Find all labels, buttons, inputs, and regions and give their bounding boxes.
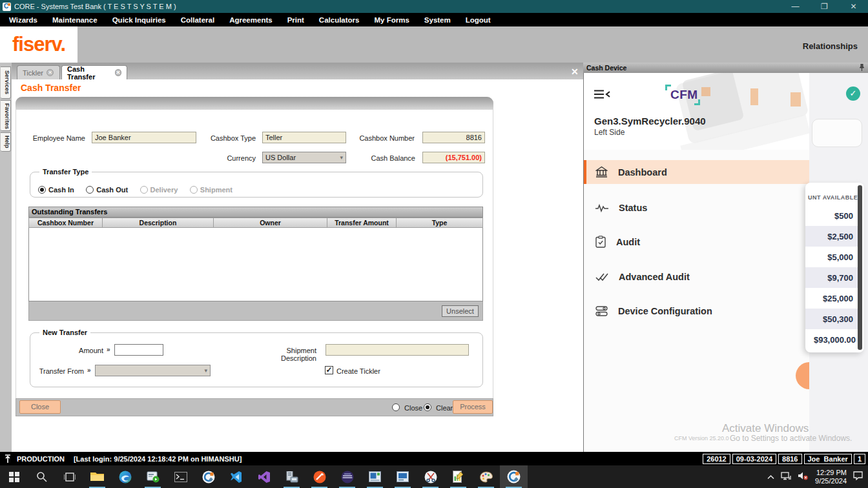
- amount-required-marker: »: [107, 346, 110, 353]
- start-button[interactable]: [0, 465, 28, 488]
- col-description[interactable]: Description: [103, 218, 214, 228]
- process-button[interactable]: Process: [453, 400, 493, 414]
- device-menu-status[interactable]: Status: [584, 196, 809, 219]
- core-app-active-icon[interactable]: [500, 465, 528, 488]
- currency-select[interactable]: US Dollar ▾: [262, 152, 346, 163]
- rail-tab-services[interactable]: Services: [1, 66, 11, 99]
- shipment-description-input[interactable]: [326, 344, 469, 356]
- scrollbar-thumb[interactable]: [858, 185, 862, 350]
- unselect-button[interactable]: Unselect: [442, 305, 479, 317]
- menu-logout[interactable]: Logout: [466, 16, 491, 24]
- visual-studio-icon[interactable]: [250, 465, 278, 488]
- cashbox-number-field[interactable]: [422, 132, 485, 143]
- menu-my-forms[interactable]: My Forms: [374, 16, 409, 24]
- screen: CORE - Systems Test Bank ( T E S T S Y S…: [0, 0, 868, 488]
- bank-icon: [595, 166, 608, 178]
- taskbar: 12:29 PM 9/25/2024: [0, 465, 868, 488]
- oracle-tool-icon[interactable]: [305, 465, 333, 488]
- outstanding-transfers-body[interactable]: [28, 228, 483, 301]
- radio-clear-action[interactable]: [424, 403, 431, 411]
- panel-header-bar: [16, 97, 493, 110]
- tab-close-icon[interactable]: ✕: [46, 69, 54, 76]
- device-menu-advanced-audit[interactable]: Advanced Audit: [584, 265, 809, 289]
- radio-cash-in[interactable]: [38, 186, 46, 194]
- network-icon[interactable]: [781, 472, 791, 482]
- amount-row: $500: [805, 205, 860, 226]
- cash-balance-label: Cash Balance: [358, 154, 415, 162]
- currency-label: Currency: [207, 154, 256, 162]
- col-cashbox-number[interactable]: Cashbox Number: [28, 218, 103, 228]
- pin-icon[interactable]: [859, 64, 865, 72]
- server-manager-icon[interactable]: [278, 465, 305, 488]
- menu-calculators[interactable]: Calculators: [319, 16, 360, 24]
- eclipse-icon[interactable]: [333, 465, 361, 488]
- upload-icon: [4, 454, 12, 463]
- col-transfer-amount[interactable]: Transfer Amount: [327, 218, 397, 228]
- menu-collateral[interactable]: Collateral: [181, 16, 214, 24]
- blue-app-icon[interactable]: [389, 465, 417, 488]
- tab-tickler[interactable]: Tickler ✕: [17, 65, 60, 79]
- task-view-icon[interactable]: [56, 465, 83, 488]
- close-button[interactable]: Close: [19, 400, 61, 414]
- employee-name-field[interactable]: [92, 132, 196, 143]
- status-cell-user: Joe Banker: [804, 454, 852, 464]
- sql-management-icon[interactable]: [139, 465, 167, 488]
- amount-label: Amount: [65, 347, 103, 354]
- collapse-menu-icon[interactable]: [594, 89, 611, 102]
- core-app-icon[interactable]: [194, 465, 222, 488]
- create-tickler-checkbox[interactable]: [325, 366, 333, 374]
- snipping-tool-icon[interactable]: [417, 465, 444, 488]
- pulse-icon: [595, 203, 608, 212]
- menu-print[interactable]: Print: [287, 16, 304, 24]
- menu-system[interactable]: System: [424, 16, 451, 24]
- tab-cash-transfer[interactable]: Cash Transfer ✕: [61, 65, 127, 79]
- device-menu-dashboard[interactable]: Dashboard: [584, 160, 809, 184]
- col-type[interactable]: Type: [397, 218, 483, 228]
- file-explorer-icon[interactable]: [83, 465, 111, 488]
- transfer-from-label: Transfer From: [37, 367, 84, 375]
- relationships-link[interactable]: Relationships: [803, 41, 858, 51]
- radio-close-action[interactable]: [392, 403, 400, 411]
- device-online-check-icon: ✓: [846, 86, 860, 101]
- cash-balance-field[interactable]: [422, 152, 485, 163]
- remote-app-icon[interactable]: [361, 465, 389, 488]
- outstanding-transfers-title: Outstanding Transfers: [28, 207, 483, 218]
- action-center-icon[interactable]: [853, 471, 863, 482]
- cfm-logo: CFM: [665, 85, 700, 105]
- log-viewer-icon[interactable]: [444, 465, 472, 488]
- maximize-icon[interactable]: ❐: [810, 2, 839, 11]
- menu-agreements[interactable]: Agreements: [229, 16, 272, 24]
- taskbar-clock[interactable]: 12:29 PM 9/25/2024: [815, 469, 847, 485]
- cashbox-type-field[interactable]: [262, 132, 346, 143]
- employee-name-label: Employee Name: [26, 134, 85, 142]
- terminal-icon[interactable]: [167, 465, 194, 488]
- amount-total-row: $93,000.00: [805, 329, 860, 350]
- amount-input[interactable]: [114, 344, 163, 356]
- minimize-icon[interactable]: —: [781, 2, 810, 11]
- menu-wizards[interactable]: Wizards: [9, 16, 37, 24]
- search-icon[interactable]: [28, 465, 56, 488]
- paint-icon[interactable]: [472, 465, 500, 488]
- tab-close-icon[interactable]: ✕: [115, 69, 121, 76]
- status-cell-date: 09-03-2024: [732, 454, 776, 464]
- rail-tab-favorites[interactable]: Favorites: [1, 100, 11, 131]
- radio-cash-out[interactable]: [86, 186, 94, 194]
- brand-header: [0, 26, 868, 63]
- menu-quick-inquiries[interactable]: Quick Inquiries: [112, 16, 166, 24]
- transfer-from-select[interactable]: ▾: [95, 365, 211, 376]
- device-menu-device-configuration[interactable]: Device Configuration: [584, 299, 809, 323]
- device-name: Gen3.SymRecycler.9040: [594, 116, 706, 127]
- cash-device-title: Cash Device: [586, 64, 626, 72]
- rail-tab-help[interactable]: Help: [1, 132, 11, 152]
- tray-chevron-up-icon[interactable]: [767, 473, 774, 482]
- workspace-close-icon[interactable]: ✕: [571, 66, 579, 77]
- radio-close-action-label: Close: [404, 404, 422, 412]
- edge-icon[interactable]: [111, 465, 139, 488]
- volume-muted-icon[interactable]: [798, 471, 809, 482]
- col-owner[interactable]: Owner: [214, 218, 327, 228]
- device-menu-audit[interactable]: Audit: [584, 230, 809, 254]
- vscode-icon[interactable]: [222, 465, 250, 488]
- radio-shipment: [190, 186, 198, 194]
- close-icon[interactable]: ✕: [839, 2, 868, 11]
- menu-maintenance[interactable]: Maintenance: [52, 16, 98, 24]
